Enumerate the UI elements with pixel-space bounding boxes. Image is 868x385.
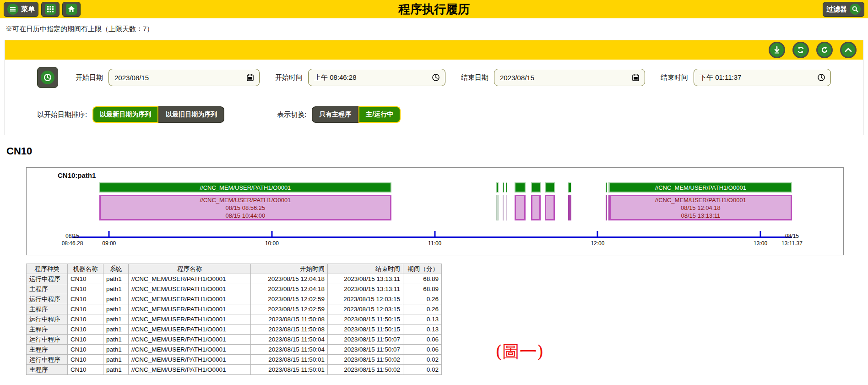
running-program-bar[interactable]: [606, 195, 607, 220]
table-cell: 2023/08/15 13:13:11: [328, 274, 403, 284]
running-program-bar[interactable]: [515, 195, 526, 220]
table-cell: 2023/08/15 11:50:01: [251, 365, 328, 375]
table-cell: //CNC_MEM/USER/PATH1/O0001: [129, 324, 251, 335]
table-cell: 2023/08/15 11:50:15: [328, 324, 403, 335]
table-row: 运行中程序CN10path1//CNC_MEM/USER/PATH1/O0001…: [27, 294, 442, 304]
start-time-input[interactable]: 上午 08:46:28: [308, 69, 445, 86]
table-cell: 0.02: [403, 355, 442, 365]
main-program-bar[interactable]: //CNC_MEM/USER/PATH1/O0001: [609, 182, 792, 192]
refresh-icon: [821, 46, 828, 54]
main-program-bar[interactable]: //CNC_MEM/USER/PATH1/O0001: [99, 182, 391, 192]
display-main-running-button[interactable]: 主/运行中: [358, 106, 401, 123]
running-program-bar[interactable]: [503, 195, 504, 220]
start-time-value: 上午 08:46:28: [314, 73, 357, 82]
table-cell: 0.26: [403, 304, 442, 314]
history-button[interactable]: [37, 67, 58, 88]
chart-plot-area: //CNC_MEM/USER/PATH1/O0001//CNC_MEM/USER…: [72, 181, 792, 255]
table-cell: //CNC_MEM/USER/PATH1/O0001: [129, 345, 251, 355]
end-date-label: 结束日期: [461, 73, 488, 82]
table-cell: 68.89: [403, 284, 442, 294]
table-cell: 运行中程序: [27, 335, 68, 345]
table-row: 主程序CN10path1//CNC_MEM/USER/PATH1/O000120…: [27, 365, 442, 375]
table-row: 主程序CN10path1//CNC_MEM/USER/PATH1/O000120…: [27, 324, 442, 335]
table-cell: 2023/08/15 12:04:18: [251, 274, 328, 284]
end-date-value: 2023/08/15: [500, 74, 534, 82]
running-program-bar[interactable]: [506, 195, 507, 220]
filter-button-label: 过滤器: [826, 5, 847, 14]
main-program-bar[interactable]: [606, 182, 607, 192]
refresh-button[interactable]: [816, 42, 833, 58]
main-program-bar[interactable]: [531, 182, 541, 192]
display-main-only-button[interactable]: 只有主程序: [312, 106, 358, 123]
main-program-bar[interactable]: [506, 182, 507, 192]
main-program-bar[interactable]: [503, 182, 504, 192]
sort-newest-button[interactable]: 以最新日期为序列: [92, 106, 158, 123]
machine-section-title: CN10: [6, 145, 868, 157]
calendar-icon: [247, 74, 254, 81]
table-cell: 2023/08/15 11:50:07: [328, 345, 403, 355]
col-start-time: 开始时间: [251, 264, 328, 274]
main-program-bar[interactable]: [545, 182, 555, 192]
main-program-bar[interactable]: [515, 182, 526, 192]
date-range-row: 开始日期 2023/08/15 开始时间 上午 08:46:28 结束日期 20…: [37, 67, 863, 88]
table-cell: 0.26: [403, 294, 442, 304]
running-program-bar[interactable]: //CNC_MEM/USER/PATH1/O000108/15 08:56:25…: [99, 195, 391, 220]
clock-icon: [432, 74, 439, 81]
col-program-type: 程序种类: [27, 264, 68, 274]
running-program-bar[interactable]: [545, 195, 555, 220]
table-cell: //CNC_MEM/USER/PATH1/O0001: [129, 314, 251, 324]
filter-panel: 开始日期 2023/08/15 开始时间 上午 08:46:28 结束日期 20…: [5, 40, 863, 135]
table-row: 运行中程序CN10path1//CNC_MEM/USER/PATH1/O0001…: [27, 335, 442, 345]
axis-tick: [597, 231, 598, 237]
filter-toolbar: [5, 40, 863, 60]
download-button[interactable]: [769, 42, 785, 58]
table-cell: 2023/08/15 12:03:15: [328, 294, 403, 304]
running-program-bar[interactable]: [568, 195, 571, 220]
table-cell: 主程序: [27, 304, 68, 314]
axis-tick: [271, 231, 272, 237]
menu-button[interactable]: 菜单: [4, 2, 38, 17]
table-cell: 主程序: [27, 324, 68, 335]
end-time-label: 结束时间: [661, 73, 688, 82]
col-duration: 期间（分）: [403, 264, 442, 274]
table-cell: 运行中程序: [27, 274, 68, 284]
table-cell: //CNC_MEM/USER/PATH1/O0001: [129, 304, 251, 314]
sync-icon: [797, 46, 804, 54]
chevron-up-icon: [845, 48, 852, 52]
table-cell: 2023/08/15 11:50:15: [328, 314, 403, 324]
end-date-input[interactable]: 2023/08/15: [494, 69, 645, 86]
table-cell: 主程序: [27, 345, 68, 355]
filter-button[interactable]: 过滤器: [823, 2, 864, 17]
sync-button[interactable]: [792, 42, 809, 58]
table-cell: path1: [103, 314, 129, 324]
collapse-button[interactable]: [840, 42, 857, 58]
sort-oldest-button[interactable]: 以最旧日期为序列: [158, 106, 224, 123]
table-cell: CN10: [68, 274, 103, 284]
table-cell: path1: [103, 335, 129, 345]
table-row: 主程序CN10path1//CNC_MEM/USER/PATH1/O000120…: [27, 284, 442, 294]
sort-row: 以开始日期排序: 以最新日期为序列 以最旧日期为序列 表示切换: 只有主程序 主…: [37, 106, 863, 123]
running-program-bar[interactable]: [496, 195, 499, 220]
end-time-value: 下午 01:11:37: [700, 73, 741, 82]
home-button[interactable]: [62, 2, 81, 17]
table-row: 主程序CN10path1//CNC_MEM/USER/PATH1/O000120…: [27, 304, 442, 314]
table-cell: 主程序: [27, 284, 68, 294]
main-program-bar[interactable]: [496, 182, 499, 192]
grid-icon: [45, 4, 56, 15]
col-machine-name: 机器名称: [68, 264, 103, 274]
running-program-row: //CNC_MEM/USER/PATH1/O000108/15 08:56:25…: [72, 195, 792, 220]
table-cell: path1: [103, 365, 129, 375]
table-cell: 2023/08/15 11:50:04: [251, 345, 328, 355]
table-cell: path1: [103, 304, 129, 314]
main-program-bar[interactable]: [568, 182, 571, 192]
running-program-bar[interactable]: //CNC_MEM/USER/PATH1/O000108/15 12:04:18…: [609, 195, 792, 220]
table-cell: //CNC_MEM/USER/PATH1/O0001: [129, 294, 251, 304]
table-cell: //CNC_MEM/USER/PATH1/O0001: [129, 365, 251, 375]
end-time-input[interactable]: 下午 01:11:37: [694, 69, 831, 86]
history-table-body: 运行中程序CN10path1//CNC_MEM/USER/PATH1/O0001…: [27, 274, 442, 375]
table-row: 运行中程序CN10path1//CNC_MEM/USER/PATH1/O0001…: [27, 274, 442, 284]
start-date-input[interactable]: 2023/08/15: [108, 69, 260, 86]
running-program-bar[interactable]: [531, 195, 541, 220]
table-cell: 0.06: [403, 345, 442, 355]
apps-button[interactable]: [41, 2, 60, 17]
